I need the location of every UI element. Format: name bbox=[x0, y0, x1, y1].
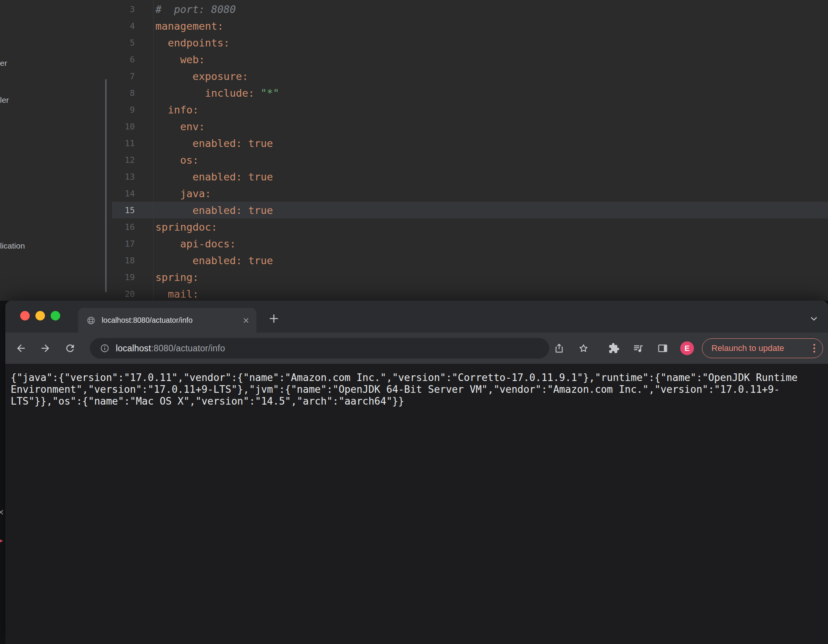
close-icon: × bbox=[0, 506, 4, 518]
line-number: 15 bbox=[112, 206, 135, 215]
globe-icon bbox=[86, 316, 96, 325]
editor-line-13[interactable]: 13 enabled: true bbox=[112, 168, 828, 185]
back-arrow-icon[interactable] bbox=[15, 343, 27, 354]
line-number: 10 bbox=[112, 122, 135, 131]
ide-window: er ler lication 3# port: 80804management… bbox=[0, 0, 828, 301]
line-number: 19 bbox=[112, 273, 135, 282]
code-text: api-docs: bbox=[155, 238, 236, 250]
line-number: 20 bbox=[112, 289, 135, 299]
line-number: 13 bbox=[112, 172, 135, 182]
editor-line-7[interactable]: 7 exposure: bbox=[112, 68, 828, 84]
kebab-menu-icon[interactable] bbox=[810, 343, 819, 354]
editor-line-19[interactable]: 19spring: bbox=[112, 269, 828, 285]
code-text: management: bbox=[155, 20, 224, 32]
actuator-info-json: {"java":{"version":"17.0.11","vendor":{"… bbox=[11, 372, 804, 407]
code-text: exposure: bbox=[155, 70, 248, 82]
code-text: enabled: true bbox=[155, 255, 273, 266]
line-number: 7 bbox=[112, 72, 135, 81]
editor-lines[interactable]: 3# port: 80804management:5 endpoints:6 w… bbox=[112, 1, 828, 301]
forward-arrow-icon[interactable] bbox=[40, 343, 51, 354]
editor-line-20[interactable]: 20 mail: bbox=[112, 285, 828, 301]
code-text: mail: bbox=[155, 288, 199, 300]
code-text: web: bbox=[155, 54, 205, 65]
address-bar[interactable]: localhost:8080/actuator/info bbox=[90, 338, 549, 359]
page-content: {"java":{"version":"17.0.11","vendor":{"… bbox=[5, 364, 828, 644]
url-text[interactable]: localhost:8080/actuator/info bbox=[116, 343, 225, 354]
code-text: enabled: true bbox=[155, 137, 273, 149]
side-panel-icon[interactable] bbox=[657, 343, 668, 354]
editor-line-9[interactable]: 9 info: bbox=[112, 101, 828, 118]
line-number: 4 bbox=[112, 21, 135, 31]
line-number: 11 bbox=[112, 139, 135, 148]
relaunch-to-update-button[interactable]: Relaunch to update bbox=[702, 338, 823, 358]
editor-line-12[interactable]: 12 os: bbox=[112, 151, 828, 168]
url-path: :8080/actuator/info bbox=[151, 343, 225, 353]
tab-strip: localhost:8080/actuator/info bbox=[5, 301, 828, 333]
editor-line-11[interactable]: 11 enabled: true bbox=[112, 135, 828, 151]
code-text: os: bbox=[155, 154, 199, 166]
window-zoom-button[interactable] bbox=[51, 311, 60, 320]
url-host: localhost bbox=[116, 343, 151, 353]
code-text: springdoc: bbox=[155, 221, 217, 233]
sidebar-item-truncated[interactable]: ler bbox=[0, 96, 9, 105]
code-text: info: bbox=[155, 104, 199, 116]
line-number: 18 bbox=[112, 256, 135, 265]
editor-line-10[interactable]: 10 env: bbox=[112, 118, 828, 135]
run-arrow-icon: ▸ bbox=[0, 534, 3, 546]
tab-title: localhost:8080/actuator/info bbox=[102, 316, 238, 325]
tab-localhost-actuator-info[interactable]: localhost:8080/actuator/info bbox=[78, 308, 256, 333]
line-number: 8 bbox=[112, 88, 135, 98]
editor-line-3[interactable]: 3# port: 8080 bbox=[112, 1, 828, 18]
line-number: 12 bbox=[112, 155, 135, 165]
window-close-button[interactable] bbox=[20, 311, 30, 320]
line-number: 5 bbox=[112, 38, 135, 48]
code-text: enabled: true bbox=[155, 204, 273, 216]
line-number: 3 bbox=[112, 5, 135, 14]
sidebar-item-truncated[interactable]: lication bbox=[0, 241, 25, 250]
sidebar-item-truncated[interactable]: er bbox=[0, 59, 7, 68]
line-number: 9 bbox=[112, 105, 135, 115]
line-number: 16 bbox=[112, 222, 135, 232]
reload-icon[interactable] bbox=[64, 343, 76, 354]
relaunch-to-update-label: Relaunch to update bbox=[711, 343, 810, 353]
browser-toolbar: localhost:8080/actuator/info E Rela bbox=[5, 333, 828, 364]
code-text: java: bbox=[155, 188, 211, 199]
code-text: spring: bbox=[155, 271, 199, 283]
editor-line-15[interactable]: 15 enabled: true bbox=[112, 202, 828, 218]
editor-line-16[interactable]: 16springdoc: bbox=[112, 218, 828, 235]
star-bookmark-icon[interactable] bbox=[578, 343, 589, 354]
editor-line-8[interactable]: 8 include: "*" bbox=[112, 84, 828, 101]
window-minimize-button[interactable] bbox=[35, 311, 45, 320]
editor-line-17[interactable]: 17 api-docs: bbox=[112, 235, 828, 252]
editor-line-4[interactable]: 4management: bbox=[112, 18, 828, 34]
share-icon[interactable] bbox=[553, 343, 565, 354]
profile-avatar[interactable]: E bbox=[680, 341, 694, 355]
code-text: env: bbox=[155, 121, 205, 132]
editor-line-5[interactable]: 5 endpoints: bbox=[112, 34, 828, 51]
editor-line-14[interactable]: 14 java: bbox=[112, 185, 828, 202]
line-number: 6 bbox=[112, 55, 135, 64]
info-icon[interactable] bbox=[100, 343, 110, 353]
line-number: 14 bbox=[112, 189, 135, 198]
tab-close-icon[interactable] bbox=[242, 316, 250, 325]
extensions-puzzle-icon[interactable] bbox=[608, 343, 620, 354]
tab-search-chevron-icon[interactable] bbox=[809, 314, 819, 324]
code-text: endpoints: bbox=[155, 37, 230, 49]
line-number: 17 bbox=[112, 239, 135, 249]
code-text: # port: 8080 bbox=[155, 3, 236, 15]
editor-line-6[interactable]: 6 web: bbox=[112, 51, 828, 68]
editor-gutter-separator bbox=[153, 0, 153, 301]
editor-line-18[interactable]: 18 enabled: true bbox=[112, 252, 828, 269]
media-playlist-icon[interactable] bbox=[633, 343, 644, 354]
code-text: enabled: true bbox=[155, 171, 273, 183]
new-tab-button[interactable] bbox=[268, 312, 280, 325]
sidebar-scrollbar[interactable] bbox=[105, 79, 107, 292]
code-text: include: "*" bbox=[155, 87, 279, 99]
browser-window: localhost:8080/actuator/info bbox=[5, 301, 828, 644]
